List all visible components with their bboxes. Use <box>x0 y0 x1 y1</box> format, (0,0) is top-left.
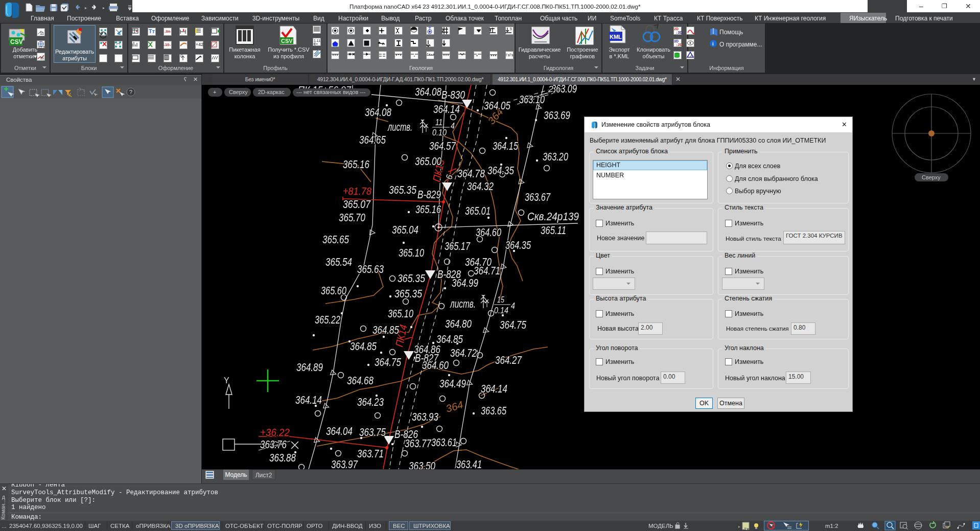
svg-text:365.35: 365.35 <box>398 272 426 285</box>
svg-text:364.89: 364.89 <box>296 361 323 374</box>
svg-text:365.16: 365.16 <box>343 158 370 171</box>
svg-text:364.32: 364.32 <box>467 180 494 193</box>
svg-text:365.10: 365.10 <box>399 246 425 259</box>
svg-text:365.63: 365.63 <box>357 263 384 275</box>
svg-text:365.11: 365.11 <box>541 224 566 237</box>
svg-text:365.60: 365.60 <box>321 284 347 297</box>
svg-text:+81.78: +81.78 <box>343 185 371 197</box>
svg-text:CSV: CSV <box>10 38 23 45</box>
svg-text:364.15: 364.15 <box>493 140 519 152</box>
svg-text:365.10: 365.10 <box>388 307 414 320</box>
svg-text:364.60: 364.60 <box>476 226 502 239</box>
svg-text:2: 2 <box>548 85 554 94</box>
svg-text:?: ? <box>129 89 132 95</box>
svg-text:364.68: 364.68 <box>347 374 374 387</box>
svg-text:364.75: 364.75 <box>375 356 402 368</box>
svg-text:15: 15 <box>497 295 504 305</box>
svg-text:364.72: 364.72 <box>450 347 477 359</box>
svg-text:364.75: 364.75 <box>500 318 527 331</box>
svg-text:листв.: листв. <box>387 121 412 133</box>
svg-text:364.78: 364.78 <box>457 167 485 180</box>
svg-text:0.14: 0.14 <box>494 306 508 315</box>
svg-text:+36.22: +36.22 <box>260 426 290 438</box>
svg-text:365.54: 365.54 <box>325 256 352 268</box>
svg-text:363.69: 363.69 <box>544 109 570 122</box>
svg-text:11: 11 <box>435 118 442 127</box>
svg-text:--- нет связанных видов ---: --- нет связанных видов --- <box>296 89 366 95</box>
svg-text:364.35: 364.35 <box>505 239 531 251</box>
svg-text:11: 11 <box>40 56 44 60</box>
svg-text:1.11: 1.11 <box>314 39 320 42</box>
svg-text:листв.: листв. <box>450 297 476 310</box>
svg-text:365.00: 365.00 <box>415 155 442 168</box>
svg-text:C: C <box>180 54 183 58</box>
svg-text:364.08: 364.08 <box>415 85 442 98</box>
svg-text:Сверху: Сверху <box>229 89 248 95</box>
svg-text:364.04: 364.04 <box>326 425 353 437</box>
svg-text:364.05: 364.05 <box>484 99 511 112</box>
svg-text:+: + <box>213 89 216 95</box>
svg-text:363.71: 363.71 <box>357 447 384 460</box>
svg-text:365.35: 365.35 <box>389 183 417 196</box>
svg-text:363.41: 363.41 <box>456 458 482 469</box>
svg-text:364.85: 364.85 <box>350 340 377 353</box>
svg-text:364.35: 364.35 <box>487 164 515 177</box>
svg-text:4: 4 <box>451 121 455 131</box>
svg-text:364.08: 364.08 <box>365 106 392 119</box>
svg-text:123: 123 <box>38 45 45 50</box>
svg-text:0.10: 0.10 <box>432 128 447 137</box>
svg-text:363.93: 363.93 <box>412 410 439 423</box>
svg-text:364.14: 364.14 <box>295 394 322 406</box>
svg-text:4: 4 <box>511 301 515 311</box>
svg-text:↓3D: ↓3D <box>676 31 682 34</box>
svg-text:Скв.24р139: Скв.24р139 <box>527 210 579 223</box>
svg-text:365.01: 365.01 <box>465 204 491 217</box>
svg-text:363.88: 363.88 <box>269 451 296 464</box>
svg-text:363.75: 363.75 <box>359 426 386 438</box>
svg-text:363.97: 363.97 <box>331 458 358 469</box>
svg-text:364.71: 364.71 <box>474 264 500 277</box>
svg-text:363.77: 363.77 <box>405 437 432 450</box>
svg-text:365.70: 365.70 <box>339 211 366 224</box>
svg-text:363.50: 363.50 <box>409 459 436 469</box>
svg-text:.lin: .lin <box>165 29 171 34</box>
svg-text:Y: Y <box>224 376 229 385</box>
svg-text:В-829: В-829 <box>417 188 441 201</box>
svg-text:5: 5 <box>510 27 512 31</box>
svg-text:365.22: 365.22 <box>315 313 340 326</box>
svg-text:364.14: 364.14 <box>481 382 507 395</box>
svg-text:365.04: 365.04 <box>392 223 418 236</box>
svg-text:-10-: -10- <box>164 42 171 47</box>
svg-text:5: 5 <box>489 28 491 31</box>
svg-text:↓2D: ↓2D <box>676 43 682 47</box>
svg-text:363.09: 363.09 <box>551 85 577 95</box>
svg-text:365.17: 365.17 <box>445 240 471 252</box>
svg-text:364.14: 364.14 <box>433 103 460 116</box>
svg-text:364.49: 364.49 <box>439 377 466 390</box>
svg-text:2D-каркас: 2D-каркас <box>258 89 285 95</box>
svg-text:ГsГs: ГsГs <box>506 53 514 57</box>
svg-text:В-830: В-830 <box>441 88 465 101</box>
svg-text:2D: 2D <box>674 27 679 31</box>
svg-text:365.35: 365.35 <box>394 287 423 300</box>
svg-text:363.61: 363.61 <box>431 436 457 449</box>
svg-text:365.07: 365.07 <box>343 198 371 211</box>
svg-text:364.65: 364.65 <box>359 133 386 146</box>
svg-text:364.57: 364.57 <box>429 140 456 152</box>
svg-text:KML: KML <box>610 34 622 40</box>
svg-text:i: i <box>712 41 714 47</box>
svg-text:363.65: 363.65 <box>481 404 507 417</box>
svg-text:363.10: 363.10 <box>519 93 545 106</box>
svg-text:364: 364 <box>445 399 464 414</box>
svg-text:364.23: 364.23 <box>357 396 384 408</box>
svg-text:364.99: 364.99 <box>452 276 478 289</box>
svg-text:365.65: 365.65 <box>322 233 349 246</box>
svg-text:364.80: 364.80 <box>445 317 472 330</box>
svg-text:Tт: Tт <box>149 28 155 34</box>
svg-text:363.76: 363.76 <box>260 438 287 451</box>
svg-text:364.60: 364.60 <box>422 359 449 372</box>
svg-text:365.16: 365.16 <box>415 203 441 216</box>
svg-text:CSV: CSV <box>281 38 293 44</box>
svg-text:+42: +42 <box>196 42 203 47</box>
svg-text:364.85: 364.85 <box>372 324 400 336</box>
